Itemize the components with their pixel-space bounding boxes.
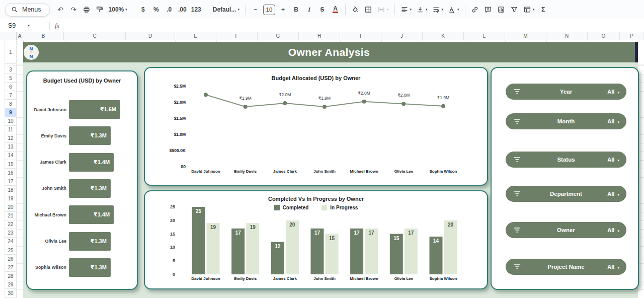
redo-button[interactable]: ↷ xyxy=(67,3,80,16)
row-header-1[interactable]: 1 xyxy=(5,40,17,64)
row-header-16[interactable]: 16 xyxy=(5,169,17,177)
row-header-11[interactable]: 11 xyxy=(5,126,17,134)
completed-vs-inprogress-chart-card[interactable]: Completed Vs In Progress by Owner Comple… xyxy=(144,190,488,289)
filters-card: YearAll ▾MonthAll ▾StatusAll ▾Department… xyxy=(491,67,639,290)
row-header-18[interactable]: 18 xyxy=(5,186,17,194)
row-header-27[interactable]: 27 xyxy=(5,263,17,272)
row-header-7[interactable]: 7 xyxy=(5,91,17,100)
budget-used-chart-card[interactable]: Budget Used (USD) by Owner David Johnson… xyxy=(26,70,138,290)
toolbar: Menus↶↷100%▾$%.0.00123Defaul...▾−10+BISA… xyxy=(0,0,644,19)
toolbar-divider xyxy=(345,5,346,15)
column-header-H[interactable]: H xyxy=(299,32,340,40)
name-box[interactable]: S9 ▾ xyxy=(0,22,44,29)
filter-owner-button[interactable]: OwnerAll ▾ xyxy=(506,222,626,238)
row-header-29[interactable]: 29 xyxy=(5,280,17,289)
row-header-26[interactable]: 26 xyxy=(5,255,17,263)
column-header-B[interactable]: B xyxy=(23,32,64,40)
print-button[interactable] xyxy=(80,3,93,16)
column-header-J[interactable]: J xyxy=(381,32,423,40)
row-header-5[interactable]: 5 xyxy=(5,74,17,83)
column-header-E[interactable]: E xyxy=(175,32,216,40)
filter-status-button[interactable]: StatusAll ▾ xyxy=(506,152,626,168)
text-rotation-button[interactable]: ▾ xyxy=(446,3,461,16)
row-header-28[interactable]: 28 xyxy=(5,272,17,280)
column-header-A[interactable]: A xyxy=(17,32,23,40)
column-header-D[interactable]: D xyxy=(126,32,175,40)
table-views-button[interactable]: ▾ xyxy=(521,3,537,16)
increase-font-size-button[interactable]: + xyxy=(277,3,289,16)
merge-cells-button[interactable]: ▾ xyxy=(375,3,391,16)
bar-row: Olivia Lee₹1.3M xyxy=(27,232,111,251)
row-header-19[interactable]: 19 xyxy=(5,194,17,203)
column-header-C[interactable]: C xyxy=(64,32,126,40)
text-color-button[interactable]: A xyxy=(329,3,342,16)
column-header-I[interactable]: I xyxy=(340,32,381,40)
select-all-corner[interactable] xyxy=(0,32,17,40)
row-header-12[interactable]: 12 xyxy=(5,134,17,143)
paint-format-button[interactable] xyxy=(94,3,106,16)
row-header-17[interactable]: 17 xyxy=(5,177,17,186)
menus-label: Menus xyxy=(22,6,41,13)
filter-department-button[interactable]: DepartmentAll ▾ xyxy=(506,186,626,202)
filter-project-name-button[interactable]: Project NameAll ▾ xyxy=(506,259,626,275)
row-header-24[interactable]: 24 xyxy=(5,238,17,246)
column-header-M[interactable]: M xyxy=(505,32,546,40)
insert-comment-button[interactable] xyxy=(482,3,495,16)
functions-button[interactable]: Σ xyxy=(537,3,549,16)
chevron-down-icon: ▾ xyxy=(237,8,239,12)
svg-text:John Smith: John Smith xyxy=(313,169,336,174)
filter-month-button[interactable]: MonthAll ▾ xyxy=(506,113,626,129)
text-wrap-button[interactable]: ▾ xyxy=(430,3,446,16)
svg-text:$1.0M: $1.0M xyxy=(174,132,186,137)
row-header-23[interactable]: 23 xyxy=(5,229,17,238)
menus-button[interactable]: Menus xyxy=(5,3,50,17)
row-header-22[interactable]: 22 xyxy=(5,220,17,229)
italic-button[interactable]: I xyxy=(303,3,315,16)
format-currency-button[interactable]: $ xyxy=(137,3,149,16)
toolbar-divider xyxy=(394,5,395,15)
row-header-20[interactable]: 20 xyxy=(5,203,17,212)
decrease-decimal-button[interactable]: .0 xyxy=(163,3,176,16)
insert-chart-button[interactable] xyxy=(495,3,508,16)
row-header-15[interactable]: 15 xyxy=(5,160,17,169)
chevron-down-icon: ▾ xyxy=(617,91,619,95)
strikethrough-button[interactable]: S xyxy=(316,3,329,16)
column-header-K[interactable]: K xyxy=(423,32,464,40)
insert-link-button[interactable] xyxy=(469,3,481,16)
column-header-P[interactable]: P xyxy=(620,32,644,40)
row-header-13[interactable]: 13 xyxy=(5,143,17,152)
horizontal-align-button[interactable]: ▾ xyxy=(398,3,414,16)
column-header-G[interactable]: G xyxy=(258,32,299,40)
font-family-selector[interactable]: Defaul...▾ xyxy=(211,3,242,16)
undo-button[interactable]: ↶ xyxy=(54,3,67,16)
column-header-F[interactable]: F xyxy=(216,32,258,40)
increase-font-size-label: + xyxy=(281,6,285,13)
filter-year-button[interactable]: YearAll ▾ xyxy=(506,84,626,100)
row-header-10[interactable]: 10 xyxy=(5,117,17,126)
decrease-font-size-button[interactable]: − xyxy=(249,3,262,16)
row-header-25[interactable]: 25 xyxy=(5,246,17,255)
column-header-N[interactable]: N xyxy=(546,32,588,40)
more-formats-button[interactable]: 123 xyxy=(189,3,203,16)
budget-allocated-chart-card[interactable]: Budget Allocated (USD) by Owner $2.5M$2.… xyxy=(144,67,488,186)
fill-color-button[interactable] xyxy=(349,3,362,16)
bold-button[interactable]: B xyxy=(290,3,302,16)
column-header-L[interactable]: L xyxy=(464,32,505,40)
bar-value-label: ₹1.3M xyxy=(91,185,107,192)
zoom-selector[interactable]: 100%▾ xyxy=(107,3,129,16)
create-filter-button[interactable] xyxy=(508,3,521,16)
increase-decimal-button[interactable]: .00 xyxy=(176,3,189,16)
row-header-14[interactable]: 14 xyxy=(5,152,17,160)
row-header-6[interactable]: 6 xyxy=(5,83,17,91)
column-header-O[interactable]: O xyxy=(588,32,620,40)
row-header-30[interactable]: 30 xyxy=(5,289,17,297)
row-header-3[interactable]: 3 xyxy=(5,65,17,74)
borders-button[interactable] xyxy=(362,3,375,16)
dashboard-title-banner: Owner Analysis xyxy=(23,42,635,62)
row-header-9[interactable]: 9 xyxy=(5,108,17,117)
row-header-8[interactable]: 8 xyxy=(5,100,17,108)
vertical-align-button[interactable]: ▾ xyxy=(414,3,430,16)
font-size-input[interactable]: 10 xyxy=(263,5,275,15)
row-header-21[interactable]: 21 xyxy=(5,212,17,220)
format-percent-button[interactable]: % xyxy=(150,3,163,16)
